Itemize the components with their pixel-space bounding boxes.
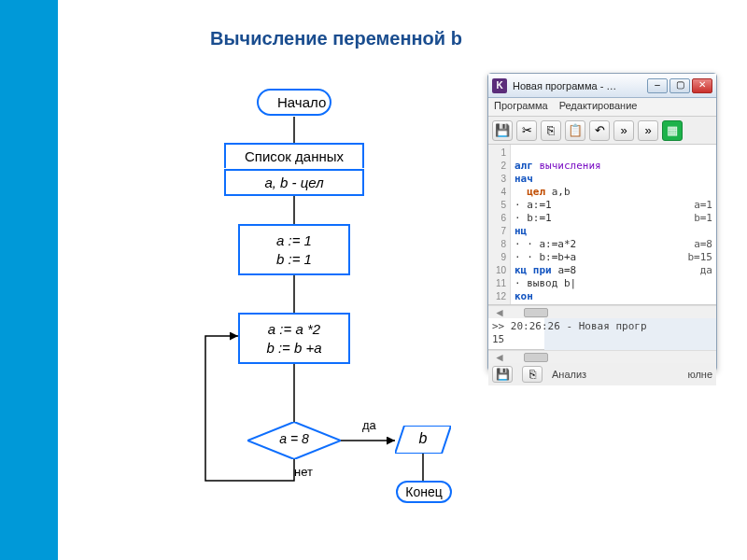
code-area[interactable]: алг вычисления нач цел a,b · a:=1 · b:=1…	[511, 145, 716, 304]
page-title: Вычисление переменной b	[149, 28, 523, 49]
menu-edit[interactable]: Редактирование	[559, 100, 638, 114]
line-number-gutter: 1 2 3 4 5 6 7 8 9 10 11 12	[488, 145, 511, 304]
code-editor[interactable]: 1 2 3 4 5 6 7 8 9 10 11 12 алг вычислени…	[488, 145, 716, 305]
app-icon: K	[492, 78, 507, 93]
data-block-type: a, b - цел	[224, 169, 364, 196]
editor-scrollbar[interactable]: ◄	[488, 305, 716, 318]
menu-program[interactable]: Программа	[494, 100, 548, 114]
terminator-start: Начало	[257, 89, 331, 116]
close-button[interactable]: ✕	[692, 78, 712, 93]
label-no: нет	[294, 465, 313, 479]
console-scrollbar[interactable]: ◄	[488, 350, 716, 363]
process-loop-body: a := a *2 b := b +a	[238, 313, 350, 364]
output-var: b	[395, 430, 451, 447]
decision-node: a = 8	[247, 422, 341, 459]
trace-values: a=1 b=1 a=8 b=15 да	[675, 147, 712, 290]
run-icon[interactable]: ▦	[662, 120, 683, 141]
menubar: Программа Редактирование	[488, 98, 716, 117]
undo-icon[interactable]: ↶	[589, 120, 610, 141]
toolbar: 💾 ✂ ⎘ 📋 ↶ » » ▦	[488, 117, 716, 145]
flowchart: Начало Список данных a, b - цел a := 1 b…	[149, 84, 458, 551]
status-analysis[interactable]: Анализ	[552, 369, 586, 380]
statusbar: 💾 ⎘ Анализ юлне	[488, 363, 716, 385]
decision-condition: a = 8	[247, 431, 341, 446]
terminator-end: Конец	[396, 481, 452, 503]
process-init-text: a := 1 b := 1	[276, 232, 312, 267]
data-block-label: Список данных	[224, 143, 364, 168]
toolbar-overflow-2[interactable]: »	[638, 120, 658, 141]
scroll-thumb[interactable]	[524, 308, 548, 317]
label-yes: да	[362, 418, 376, 432]
minimize-button[interactable]: –	[647, 78, 668, 93]
process-loop-text: a := a *2 b := b +a	[266, 321, 321, 356]
paste-icon[interactable]: 📋	[565, 120, 585, 141]
save-icon[interactable]: 💾	[492, 120, 513, 141]
window-title: Новая программа - …	[513, 80, 647, 91]
toolbar-overflow-1[interactable]: »	[613, 120, 634, 141]
status-save-icon[interactable]: 💾	[492, 366, 513, 383]
cut-icon[interactable]: ✂	[516, 120, 537, 141]
window-titlebar[interactable]: K Новая программа - … – ▢ ✕	[488, 74, 716, 98]
console-output: >> 20:26:26 - Новая прогр 15	[488, 318, 544, 350]
left-accent-bar	[0, 0, 58, 560]
output-node: b	[395, 426, 451, 454]
kumir-ide-window: K Новая программа - … – ▢ ✕ Программа Ре…	[487, 73, 717, 371]
process-init: a := 1 b := 1	[238, 224, 350, 275]
copy-icon[interactable]: ⎘	[541, 120, 561, 141]
maximize-button[interactable]: ▢	[669, 78, 690, 93]
status-full[interactable]: юлне	[687, 369, 712, 380]
scroll-thumb-2[interactable]	[524, 353, 548, 362]
status-copy-icon[interactable]: ⎘	[522, 366, 543, 383]
